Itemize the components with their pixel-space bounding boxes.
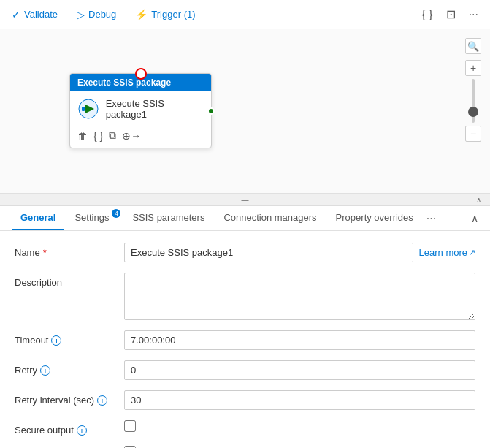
- description-row: Description: [15, 273, 475, 320]
- debug-icon: ▷: [77, 9, 85, 20]
- form-area: Name * Learn more ↗ Description: [0, 231, 490, 448]
- tab-ssis-parameters[interactable]: SSIS parameters: [123, 206, 213, 230]
- timeout-row: Timeout i: [15, 330, 475, 350]
- activity-actions: 🗑 { } ⧉ ⊕→: [70, 126, 211, 148]
- retry-control: [124, 360, 475, 380]
- name-row: Name * Learn more ↗: [15, 243, 475, 262]
- monitor-button[interactable]: ⊡: [443, 6, 459, 23]
- activity-status-dot: [207, 107, 215, 115]
- collapse-chevron-icon: ∧: [476, 196, 481, 204]
- name-label: Name *: [15, 243, 117, 258]
- collapse-indicator: —: [242, 196, 249, 204]
- bottom-panel: General Settings 4 SSIS parameters Conne…: [0, 206, 490, 448]
- retry-interval-control: [124, 390, 475, 410]
- retry-label: Retry i: [15, 360, 117, 376]
- secure-output-row: Secure output i: [15, 420, 475, 436]
- svg-rect-2: [82, 107, 85, 111]
- tab-general[interactable]: General: [12, 206, 64, 230]
- validate-icon: ✓: [12, 9, 20, 20]
- delete-icon[interactable]: 🗑: [77, 130, 88, 142]
- timeout-info-icon: i: [51, 335, 61, 346]
- code-button[interactable]: { }: [419, 7, 436, 23]
- retry-interval-info-icon: i: [97, 395, 107, 406]
- retry-interval-input[interactable]: [124, 390, 475, 410]
- copy-icon[interactable]: ⧉: [109, 129, 116, 142]
- more-options-button[interactable]: ···: [466, 7, 481, 23]
- debug-button[interactable]: ▷ Debug: [74, 7, 119, 22]
- trigger-button[interactable]: ⚡ Trigger (1): [132, 7, 198, 22]
- tabs-more-button[interactable]: ···: [426, 212, 436, 225]
- timeout-label: Timeout i: [15, 330, 117, 346]
- description-control: [124, 273, 475, 320]
- zoom-slider[interactable]: [472, 79, 475, 123]
- secure-output-info-icon: i: [77, 425, 87, 436]
- secure-output-control: [124, 420, 475, 432]
- search-canvas-button[interactable]: 🔍: [465, 38, 481, 54]
- zoom-controls: 🔍 + −: [465, 38, 481, 142]
- secure-output-label: Secure output i: [15, 420, 117, 436]
- canvas: Execute SSIS package Execute SSIS packag…: [0, 29, 490, 194]
- timeout-control: [124, 330, 475, 350]
- tabs-bar: General Settings 4 SSIS parameters Conne…: [0, 206, 490, 231]
- validate-label: Validate: [24, 9, 58, 20]
- retry-interval-label: Retry interval (sec) i: [15, 390, 117, 406]
- description-input[interactable]: [124, 273, 475, 320]
- retry-info-icon: i: [40, 365, 50, 376]
- timeout-input[interactable]: [124, 330, 475, 350]
- retry-row: Retry i: [15, 360, 475, 380]
- arrow-icon[interactable]: ⊕→: [122, 130, 141, 142]
- settings-badge: 4: [112, 209, 120, 218]
- description-label: Description: [15, 273, 117, 288]
- name-required: *: [43, 247, 47, 258]
- trigger-label: Trigger (1): [151, 9, 195, 20]
- zoom-out-button[interactable]: −: [465, 126, 481, 142]
- activity-body: Execute SSIS package1: [70, 91, 211, 126]
- validate-button[interactable]: ✓ Validate: [9, 7, 61, 22]
- activity-top-circle: [135, 68, 147, 80]
- learn-more-link[interactable]: Learn more ↗: [419, 247, 475, 258]
- retry-interval-row: Retry interval (sec) i: [15, 390, 475, 410]
- activity-label: Execute SSIS package1: [106, 98, 204, 120]
- tab-connection-managers[interactable]: Connection managers: [215, 206, 325, 230]
- tab-property-overrides[interactable]: Property overrides: [327, 206, 422, 230]
- retry-input[interactable]: [124, 360, 475, 380]
- tabs-close-button[interactable]: ∧: [471, 213, 478, 224]
- collapse-bar[interactable]: — ∧: [0, 194, 490, 206]
- activity-node[interactable]: Execute SSIS package Execute SSIS packag…: [69, 73, 212, 148]
- toolbar: ✓ Validate ▷ Debug ⚡ Trigger (1) { } ⊡ ·…: [0, 0, 490, 29]
- code-icon[interactable]: { }: [93, 130, 103, 142]
- toolbar-right: { } ⊡ ···: [419, 6, 481, 23]
- activity-type-icon: [77, 97, 100, 121]
- zoom-thumb: [468, 107, 478, 117]
- trigger-icon: ⚡: [135, 9, 148, 20]
- name-control: Learn more ↗: [124, 243, 475, 262]
- secure-output-checkbox[interactable]: [124, 420, 136, 432]
- name-input[interactable]: [124, 243, 413, 262]
- debug-label: Debug: [88, 9, 116, 20]
- external-link-icon: ↗: [469, 248, 475, 257]
- tab-settings[interactable]: Settings 4: [66, 206, 122, 230]
- zoom-in-button[interactable]: +: [465, 60, 481, 76]
